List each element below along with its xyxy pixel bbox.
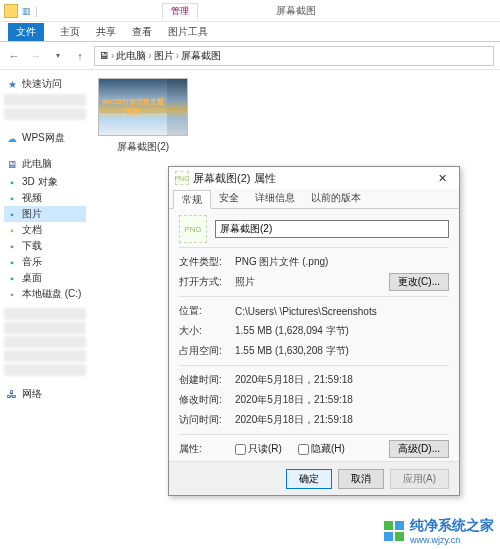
nav-back-icon[interactable]: ← xyxy=(6,48,22,64)
chevron-right-icon: › xyxy=(176,50,179,61)
context-tab[interactable]: 管理 xyxy=(162,3,198,19)
watermark-logo-icon xyxy=(384,521,404,541)
cloud-icon: ☁ xyxy=(6,132,18,144)
sidebar-blurred-item xyxy=(4,364,86,376)
folder-glyph-icon xyxy=(4,4,18,18)
close-icon[interactable]: ✕ xyxy=(431,172,453,185)
tab-previous[interactable]: 以前的版本 xyxy=(303,189,369,208)
sidebar-item-label: 音乐 xyxy=(22,255,42,269)
sidebar-item[interactable]: ▪3D 对象 xyxy=(4,174,86,190)
ribbon-tab-home[interactable]: 主页 xyxy=(60,25,80,41)
sidebar-blurred-item xyxy=(4,308,86,320)
ribbon-file[interactable]: 文件 xyxy=(8,23,44,41)
file-type-icon: PNG xyxy=(179,215,207,243)
apply-button[interactable]: 应用(A) xyxy=(390,469,449,489)
window-title: 屏幕截图 xyxy=(276,4,316,18)
properties-dialog: PNG 屏幕截图(2) 属性 ✕ 常规 安全 详细信息 以前的版本 PNG 文件… xyxy=(168,166,460,496)
file-thumbnail: win10白动切换主题背景 xyxy=(98,78,188,136)
hidden-checkbox[interactable]: 隐藏(H) xyxy=(298,442,345,456)
sidebar: ★ 快速访问 ☁ WPS网盘 🖥 此电脑 ▪3D 对象▪视频▪图片▪文档▪下载▪… xyxy=(0,70,90,531)
watermark-brand: 纯净系统之家 xyxy=(410,517,494,535)
dialog-title: 屏幕截图(2) 属性 xyxy=(193,171,276,186)
nav-fwd-icon[interactable]: → xyxy=(28,48,44,64)
sidebar-quick-access[interactable]: ★ 快速访问 xyxy=(4,76,86,92)
tab-general[interactable]: 常规 xyxy=(173,190,211,209)
folder-icon: ▪ xyxy=(6,272,18,284)
label-openwith: 打开方式: xyxy=(179,275,227,289)
sidebar-blurred-item xyxy=(4,108,86,120)
cancel-button[interactable]: 取消 xyxy=(338,469,384,489)
value-sizeondisk: 1.55 MB (1,630,208 字节) xyxy=(235,344,449,358)
value-type: PNG 图片文件 (.png) xyxy=(235,255,449,269)
thumbnail-banner: win10白动切换主题背景 xyxy=(99,101,167,113)
sidebar-item[interactable]: ▪视频 xyxy=(4,190,86,206)
label-sizeondisk: 占用空间: xyxy=(179,344,227,358)
nav-history-icon[interactable]: ▾ xyxy=(50,48,66,64)
label-size: 大小: xyxy=(179,324,227,338)
file-item[interactable]: win10白动切换主题背景 屏幕截图(2) xyxy=(98,78,188,154)
sidebar-item-label: 3D 对象 xyxy=(22,175,58,189)
ribbon-tab-pic[interactable]: 图片工具 xyxy=(168,25,208,41)
folder-icon: ▪ xyxy=(6,224,18,236)
breadcrumb-part[interactable]: 此电脑 xyxy=(116,49,146,63)
nav-up-icon[interactable]: ↑ xyxy=(72,48,88,64)
breadcrumb[interactable]: 🖥 › 此电脑 › 图片 › 屏幕截图 xyxy=(94,46,494,66)
dialog-titlebar: PNG 屏幕截图(2) 属性 ✕ xyxy=(169,167,459,189)
dialog-body: PNG 文件类型:PNG 图片文件 (.png) 打开方式: 照片 更改(C).… xyxy=(169,209,459,463)
window-titlebar: ▥ | 管理 屏幕截图 xyxy=(0,0,500,22)
folder-icon: ▪ xyxy=(6,176,18,188)
sidebar-network[interactable]: 🖧 网络 xyxy=(4,386,86,402)
chevron-right-icon: › xyxy=(148,50,151,61)
folder-icon: ▪ xyxy=(6,240,18,252)
folder-icon: ▪ xyxy=(6,256,18,268)
value-created: 2020年5月18日，21:59:18 xyxy=(235,373,449,387)
sidebar-blurred-item xyxy=(4,322,86,334)
folder-icon: ▪ xyxy=(6,288,18,300)
sidebar-item[interactable]: ▪图片 xyxy=(4,206,86,222)
sidebar-item[interactable]: ▪桌面 xyxy=(4,270,86,286)
change-button[interactable]: 更改(C)... xyxy=(389,273,449,291)
tab-details[interactable]: 详细信息 xyxy=(247,189,303,208)
sidebar-item[interactable]: ▪音乐 xyxy=(4,254,86,270)
ribbon-tab-share[interactable]: 共享 xyxy=(96,25,116,41)
sidebar-item-label: 网络 xyxy=(22,387,42,401)
file-label: 屏幕截图(2) xyxy=(98,136,188,154)
filename-input[interactable] xyxy=(215,220,449,238)
value-openwith: 照片 xyxy=(235,275,381,289)
value-modified: 2020年5月18日，21:59:18 xyxy=(235,393,449,407)
ribbon-tab-view[interactable]: 查看 xyxy=(132,25,152,41)
tab-security[interactable]: 安全 xyxy=(211,189,247,208)
sidebar-thispc[interactable]: 🖥 此电脑 xyxy=(4,156,86,172)
sidebar-blurred-item xyxy=(4,94,86,106)
label-accessed: 访问时间: xyxy=(179,413,227,427)
sidebar-item[interactable]: ▪文档 xyxy=(4,222,86,238)
label-location: 位置: xyxy=(179,304,227,318)
sidebar-item[interactable]: ▪本地磁盘 (C:) xyxy=(4,286,86,302)
file-icon: PNG xyxy=(175,171,189,185)
ok-button[interactable]: 确定 xyxy=(286,469,332,489)
sidebar-item-label: 视频 xyxy=(22,191,42,205)
readonly-label: 只读(R) xyxy=(248,442,282,456)
sidebar-blurred-item xyxy=(4,336,86,348)
hidden-label: 隐藏(H) xyxy=(311,442,345,456)
sidebar-item-label: WPS网盘 xyxy=(22,131,65,145)
folder-icon: ▪ xyxy=(6,192,18,204)
sidebar-wps[interactable]: ☁ WPS网盘 xyxy=(4,130,86,146)
titlebar-save-icon[interactable]: ▥ xyxy=(22,6,31,16)
breadcrumb-part[interactable]: 屏幕截图 xyxy=(181,49,221,63)
pc-icon: 🖥 xyxy=(6,158,18,170)
breadcrumb-part[interactable]: 图片 xyxy=(154,49,174,63)
label-attributes: 属性: xyxy=(179,442,227,456)
sidebar-item-label: 此电脑 xyxy=(22,157,52,171)
sidebar-blurred-item xyxy=(4,350,86,362)
ribbon-tabs: 文件 主页 共享 查看 图片工具 xyxy=(0,22,500,42)
sidebar-item-label: 本地磁盘 (C:) xyxy=(22,287,81,301)
titlebar-pipe: | xyxy=(35,5,38,17)
value-location: C:\Users\ \Pictures\Screenshots xyxy=(235,306,449,317)
advanced-button[interactable]: 高级(D)... xyxy=(389,440,449,458)
readonly-checkbox[interactable]: 只读(R) xyxy=(235,442,282,456)
dialog-footer: 确定 取消 应用(A) xyxy=(169,461,459,495)
label-type: 文件类型: xyxy=(179,255,227,269)
chevron-right-icon: › xyxy=(111,50,114,61)
sidebar-item[interactable]: ▪下载 xyxy=(4,238,86,254)
